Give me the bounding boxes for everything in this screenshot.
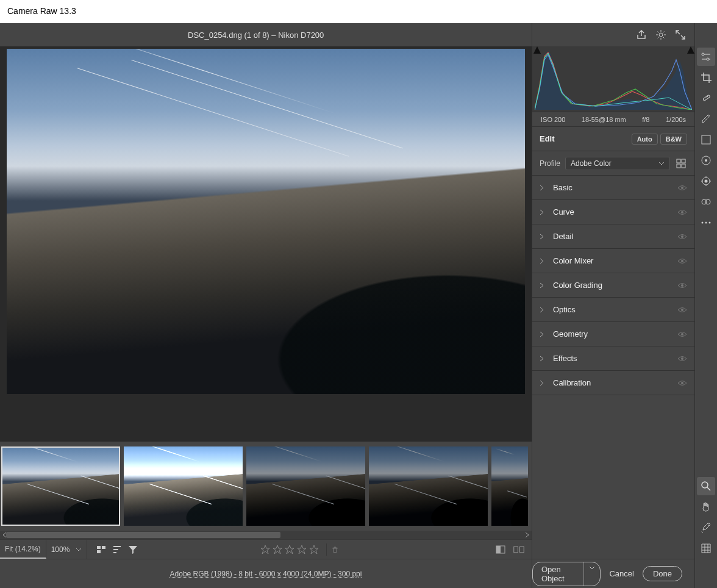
panel-detail[interactable]: Detail xyxy=(532,224,694,249)
top-bar: DSC_0254.dng (1 of 8) – Nikon D7200 xyxy=(0,23,532,46)
hand-tool-icon[interactable] xyxy=(697,498,715,516)
svg-point-31 xyxy=(702,222,704,224)
heal-tool-icon[interactable] xyxy=(697,89,715,107)
panel-geometry[interactable]: Geometry xyxy=(532,322,694,346)
zoom-fit-select[interactable]: Fit (14.2%) xyxy=(0,540,46,559)
delete-icon[interactable] xyxy=(326,543,338,556)
exif-shutter: 1/200s xyxy=(666,116,686,123)
left-column: DSC_0254.dng (1 of 8) – Nikon D7200 xyxy=(0,23,532,588)
more-icon[interactable] xyxy=(697,213,715,232)
export-icon[interactable] xyxy=(636,29,647,40)
auto-button[interactable]: Auto xyxy=(632,134,658,145)
svg-point-21 xyxy=(702,53,704,56)
svg-rect-9 xyxy=(682,159,685,163)
cancel-button[interactable]: Cancel xyxy=(609,569,633,578)
bw-button[interactable]: B&W xyxy=(660,134,687,145)
sort-images-icon[interactable] xyxy=(96,544,107,555)
filmstrip-scrollbar[interactable] xyxy=(0,531,532,539)
svg-point-7 xyxy=(659,33,663,37)
open-object-button[interactable]: Open Object xyxy=(532,562,601,586)
visibility-icon[interactable] xyxy=(677,307,687,313)
svg-point-17 xyxy=(681,309,683,311)
edit-title: Edit xyxy=(540,134,555,143)
before-after-single-icon[interactable] xyxy=(495,544,506,555)
scrollbar-thumb[interactable] xyxy=(6,532,280,538)
svg-point-18 xyxy=(681,333,683,335)
thumbnail[interactable] xyxy=(369,446,488,526)
workflow-link[interactable]: Adobe RGB (1998) - 8 bit - 6000 x 4000 (… xyxy=(0,570,532,578)
filmstrip[interactable] xyxy=(0,442,532,531)
main-preview-image[interactable] xyxy=(7,49,525,394)
panel-calibration[interactable]: Calibration xyxy=(532,371,694,395)
panel-label: Geometry xyxy=(553,329,588,339)
svg-point-13 xyxy=(681,211,683,213)
svg-rect-6 xyxy=(520,547,524,553)
visibility-icon[interactable] xyxy=(677,331,687,337)
footer-strip: Fit (14.2%) 100% xyxy=(0,539,532,559)
panel-label: Detail xyxy=(553,232,573,241)
snapshots-icon[interactable] xyxy=(697,193,715,211)
panel-label: Curve xyxy=(553,207,574,217)
highlight-clip-icon[interactable] xyxy=(687,46,693,52)
histogram[interactable] xyxy=(532,46,694,112)
thumbnail[interactable] xyxy=(124,446,243,526)
chevron-right-icon xyxy=(540,356,548,362)
brush-tool-icon[interactable] xyxy=(697,110,715,128)
panel-curve[interactable]: Curve xyxy=(532,200,694,224)
preferences-icon[interactable] xyxy=(655,29,666,40)
panel-optics[interactable]: Optics xyxy=(532,298,694,322)
panel-color-mixer[interactable]: Color Mixer xyxy=(532,249,694,273)
shadow-clip-icon[interactable] xyxy=(533,46,540,52)
star-icon[interactable] xyxy=(297,545,307,554)
scroll-right-icon[interactable] xyxy=(523,531,530,539)
sampler-tool-icon[interactable] xyxy=(697,518,715,537)
radial-gradient-icon[interactable] xyxy=(697,151,715,170)
done-button[interactable]: Done xyxy=(643,566,682,581)
crop-tool-icon[interactable] xyxy=(697,68,715,87)
linear-gradient-icon[interactable] xyxy=(697,131,715,149)
svg-point-22 xyxy=(707,58,709,60)
panel-effects[interactable]: Effects xyxy=(532,346,694,371)
thumbnail[interactable] xyxy=(1,446,120,526)
redeye-tool-icon[interactable] xyxy=(697,172,715,190)
edit-tool-icon[interactable] xyxy=(697,48,715,66)
panel-basic[interactable]: Basic xyxy=(532,176,694,200)
chevron-down-icon[interactable] xyxy=(584,562,600,586)
profile-row: Profile Adobe Color xyxy=(532,151,694,176)
rating-stars[interactable] xyxy=(260,543,338,556)
svg-point-16 xyxy=(681,284,683,287)
panel-label: Optics xyxy=(553,305,576,314)
star-icon[interactable] xyxy=(285,545,294,554)
profile-browser-icon[interactable] xyxy=(675,158,687,169)
svg-rect-1 xyxy=(102,546,105,549)
thumbnail[interactable] xyxy=(246,446,365,526)
chevron-right-icon xyxy=(540,234,548,240)
visibility-icon[interactable] xyxy=(677,185,687,191)
visibility-icon[interactable] xyxy=(677,356,687,362)
visibility-icon[interactable] xyxy=(677,209,687,215)
profile-select[interactable]: Adobe Color xyxy=(565,157,670,170)
svg-point-19 xyxy=(681,357,683,360)
zoom-percent-select[interactable]: 100% xyxy=(46,540,88,559)
thumbnail[interactable] xyxy=(491,446,528,526)
visibility-icon[interactable] xyxy=(677,258,687,264)
star-icon[interactable] xyxy=(273,545,282,554)
edit-panel: ISO 200 18-55@18 mm f/8 1/200s Edit Auto… xyxy=(532,23,694,588)
star-icon[interactable] xyxy=(260,545,270,554)
before-after-split-icon[interactable] xyxy=(513,544,524,555)
filter-icon[interactable] xyxy=(127,544,138,555)
fullscreen-icon[interactable] xyxy=(675,29,686,40)
chevron-right-icon xyxy=(540,258,548,264)
grid-tool-icon[interactable] xyxy=(697,539,715,558)
visibility-icon[interactable] xyxy=(677,282,687,289)
file-info: DSC_0254.dng (1 of 8) – Nikon D7200 xyxy=(188,30,324,40)
chevron-right-icon xyxy=(540,282,548,289)
visibility-icon[interactable] xyxy=(677,234,687,240)
zoom-tool-icon[interactable] xyxy=(697,477,715,495)
panel-color-grading[interactable]: Color Grading xyxy=(532,273,694,298)
histogram-graph xyxy=(535,49,692,110)
visibility-icon[interactable] xyxy=(677,380,687,386)
star-icon[interactable] xyxy=(309,545,319,554)
sort-order-icon[interactable] xyxy=(112,544,123,555)
preview-area[interactable] xyxy=(0,46,532,442)
